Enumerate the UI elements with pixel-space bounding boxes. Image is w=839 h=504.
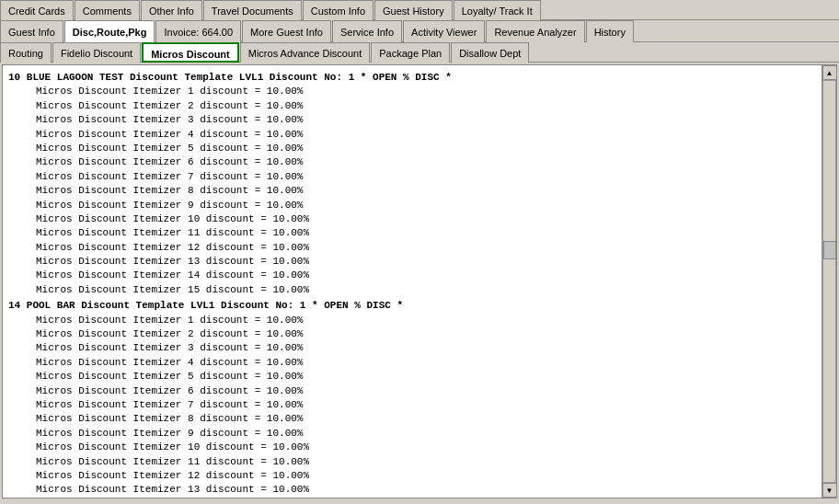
tab-disc-route-pkg[interactable]: Disc,Route,Pkg [64,20,155,42]
tab-custom-info[interactable]: Custom Info [303,0,374,20]
discount-item: Micros Discount Itemizer 10 discount = 1… [8,441,816,454]
discount-item: Micros Discount Itemizer 5 discount = 10… [8,142,816,155]
discount-item: Micros Discount Itemizer 6 discount = 10… [8,384,816,398]
discount-item: Micros Discount Itemizer 6 discount = 10… [8,155,816,169]
discount-item: Micros Discount Itemizer 13 discount = 1… [8,483,816,497]
discount-item: Micros Discount Itemizer 1 discount = 10… [8,314,816,327]
discount-item: Micros Discount Itemizer 1 discount = 10… [8,85,816,98]
discount-content[interactable]: 10 BLUE LAGOON TEST Discount Template LV… [3,65,822,498]
discount-item: Micros Discount Itemizer 5 discount = 10… [8,370,816,384]
tab-disallow-dept[interactable]: Disallow Dept [451,42,529,63]
section-header: 10 BLUE LAGOON TEST Discount Template LV… [8,71,816,85]
discount-item: Micros Discount Itemizer 7 discount = 10… [8,170,816,184]
discount-item: Micros Discount Itemizer 10 discount = 1… [8,212,816,226]
discount-item: Micros Discount Itemizer 9 discount = 10… [8,427,816,441]
section-header: 14 POOL BAR Discount Template LVL1 Disco… [8,299,816,313]
tab-micros-advance-discount[interactable]: Micros Advance Discount [240,42,371,63]
discount-item: Micros Discount Itemizer 12 discount = 1… [8,469,816,483]
tab-loyalty--track-it[interactable]: Loyalty/ Track It [454,0,541,20]
tab-more-guest-info[interactable]: More Guest Info [242,20,331,42]
discount-item: Micros Discount Itemizer 13 discount = 1… [8,255,816,269]
discount-item: Micros Discount Itemizer 4 discount = 10… [8,128,816,142]
tab-routing[interactable]: Routing [0,42,52,63]
content-area: 10 BLUE LAGOON TEST Discount Template LV… [2,64,837,498]
tab-activity-viewer[interactable]: Activity Viewer [403,20,485,42]
discount-item: Micros Discount Itemizer 3 discount = 10… [8,341,816,355]
tab-invoice--664-00[interactable]: Invoice: 664.00 [155,20,241,42]
scroll-track[interactable] [822,80,836,483]
tab-history[interactable]: History [586,20,634,42]
tab-travel-documents[interactable]: Travel Documents [203,0,302,20]
discount-item: Micros Discount Itemizer 14 discount = 1… [8,269,816,282]
discount-item: Micros Discount Itemizer 2 discount = 10… [8,327,816,341]
discount-item: Micros Discount Itemizer 12 discount = 1… [8,241,816,255]
scroll-up-button[interactable]: ▲ [822,65,837,80]
tab-other-info[interactable]: Other Info [141,0,202,20]
tab-service-info[interactable]: Service Info [332,20,402,42]
tab-bar-row1: Credit CardsCommentsOther InfoTravel Doc… [0,0,839,20]
tab-fidelio-discount[interactable]: Fidelio Discount [52,42,141,63]
scroll-down-button[interactable]: ▼ [822,483,837,498]
scroll-thumb[interactable] [823,241,836,259]
tab-comments[interactable]: Comments [75,0,140,20]
discount-item: Micros Discount Itemizer 11 discount = 1… [8,455,816,469]
tab-credit-cards[interactable]: Credit Cards [0,0,74,20]
discount-item: Micros Discount Itemizer 11 discount = 1… [8,226,816,240]
scrollbar: ▲ ▼ [822,65,836,498]
discount-item: Micros Discount Itemizer 3 discount = 10… [8,113,816,127]
discount-item: Micros Discount Itemizer 9 discount = 10… [8,199,816,212]
discount-item: Micros Discount Itemizer 15 discount = 1… [8,283,816,297]
discount-item: Micros Discount Itemizer 8 discount = 10… [8,412,816,426]
discount-item: Micros Discount Itemizer 7 discount = 10… [8,398,816,412]
tab-guest-history[interactable]: Guest History [374,0,453,20]
discount-item: Micros Discount Itemizer 4 discount = 10… [8,356,816,370]
tab-micros-discount[interactable]: Micros Discount [142,42,239,63]
tab-guest-info[interactable]: Guest Info [0,20,63,42]
tab-package-plan[interactable]: Package Plan [371,42,450,63]
tab-revenue-analyzer[interactable]: Revenue Analyzer [486,20,584,42]
tab-bar-row2: Guest InfoDisc,Route,PkgInvoice: 664.00M… [0,20,839,42]
discount-item: Micros Discount Itemizer 8 discount = 10… [8,184,816,198]
tab-bar-row3: RoutingFidelio DiscountMicros DiscountMi… [0,42,839,63]
discount-item: Micros Discount Itemizer 2 discount = 10… [8,99,816,113]
